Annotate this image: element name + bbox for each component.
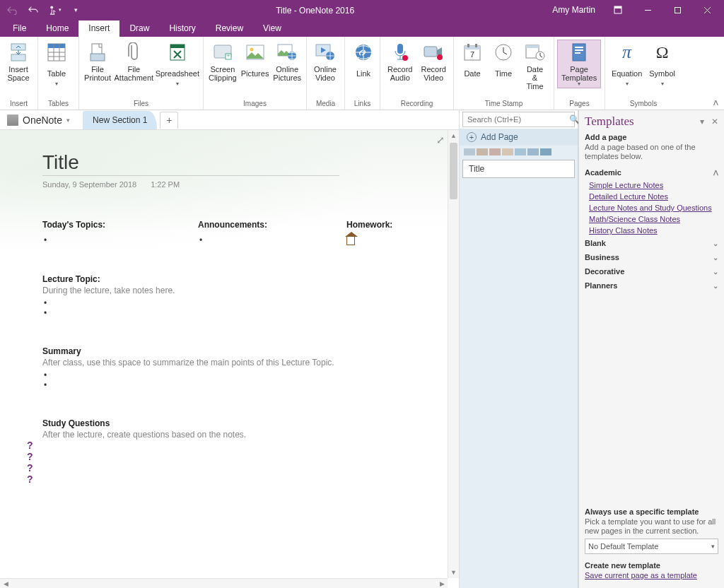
- spreadsheet-button[interactable]: Spreadsheet▾: [155, 40, 200, 88]
- ribbon-tabs: File Home Insert Draw History Review Vie…: [0, 20, 724, 37]
- svg-rect-45: [575, 52, 580, 54]
- search-box[interactable]: 🔍 ▾: [462, 112, 575, 127]
- svg-rect-18: [170, 45, 185, 48]
- svg-rect-29: [397, 44, 403, 54]
- qat-customize-icon[interactable]: ▾: [66, 1, 85, 18]
- file-attachment-button[interactable]: FileAttachment: [113, 40, 155, 83]
- screen-clipping-button[interactable]: +ScreenClipping: [206, 40, 239, 83]
- save-template-link[interactable]: Save current page as a template: [585, 570, 718, 581]
- section-tab[interactable]: New Section 1: [83, 111, 157, 129]
- svg-rect-16: [90, 54, 105, 61]
- undo-icon[interactable]: [24, 1, 42, 18]
- page-title[interactable]: Title: [42, 151, 339, 176]
- tab-insert[interactable]: Insert: [78, 20, 119, 37]
- page-templates-button[interactable]: PageTemplates▾: [557, 40, 601, 88]
- record-audio-button[interactable]: RecordAudio: [383, 40, 416, 83]
- page-canvas[interactable]: ⤢ Title Sunday, 9 September 20181:22 PM …: [0, 130, 448, 578]
- svg-rect-7: [11, 44, 25, 50]
- svg-rect-8: [11, 54, 25, 61]
- default-template-select[interactable]: No Default Template▾: [585, 539, 718, 554]
- online-pictures-button[interactable]: OnlinePictures: [271, 40, 303, 83]
- back-icon[interactable]: [3, 1, 21, 18]
- title-bar: ▾ ▾ Title - OneNote 2016 Amy Martin: [0, 0, 724, 20]
- search-input[interactable]: [463, 115, 569, 124]
- svg-text:+: +: [226, 52, 230, 59]
- svg-rect-34: [465, 46, 480, 49]
- svg-rect-4: [675, 7, 680, 13]
- symbol-button[interactable]: ΩSymbol▾: [646, 40, 679, 88]
- svg-point-0: [50, 6, 53, 8]
- svg-point-32: [437, 54, 443, 60]
- template-link[interactable]: Simple Lecture Notes: [585, 180, 718, 191]
- svg-rect-36: [475, 44, 477, 47]
- file-printout-button[interactable]: FilePrintout: [82, 40, 113, 83]
- record-video-button[interactable]: RecordVideo: [416, 40, 450, 83]
- date-time-button[interactable]: Date &Time: [519, 40, 551, 92]
- link-button[interactable]: Link: [348, 40, 379, 83]
- tab-view[interactable]: View: [253, 20, 291, 37]
- category-academic[interactable]: Academicᐱ: [585, 165, 718, 180]
- equation-button[interactable]: πEquation▾: [608, 40, 646, 88]
- account-name[interactable]: Amy Martin: [545, 5, 602, 15]
- ribbon: InsertSpace Insert Table▾ Tables FilePri…: [0, 37, 724, 110]
- add-page-heading: Add a page: [585, 133, 718, 141]
- tab-history[interactable]: History: [159, 20, 205, 37]
- touch-mode-icon[interactable]: ▾: [45, 1, 64, 18]
- svg-rect-31: [424, 47, 437, 57]
- template-link[interactable]: History Class Notes: [585, 225, 718, 236]
- ribbon-display-icon[interactable]: [604, 0, 632, 20]
- time-button[interactable]: Time: [488, 40, 519, 83]
- tab-review[interactable]: Review: [206, 20, 253, 37]
- home-icon: [346, 237, 355, 245]
- svg-point-23: [250, 48, 253, 52]
- template-link[interactable]: Detailed Lecture Notes: [585, 191, 718, 202]
- svg-rect-43: [575, 47, 583, 48]
- templates-title: Templates: [585, 114, 634, 129]
- horizontal-scrollbar[interactable]: ◀▶: [0, 578, 448, 588]
- notebook-bar: OneNote ▾ New Section 1 +: [0, 110, 459, 130]
- add-section-button[interactable]: +: [160, 112, 178, 129]
- svg-rect-10: [48, 44, 65, 48]
- close-icon[interactable]: [693, 0, 721, 20]
- category-blank[interactable]: Blank⌄: [585, 236, 718, 250]
- svg-point-30: [402, 55, 408, 61]
- category-decorative[interactable]: Decorative⌄: [585, 264, 718, 278]
- notebook-icon: [7, 114, 18, 126]
- svg-rect-2: [614, 6, 621, 8]
- page-date[interactable]: Sunday, 9 September 20181:22 PM: [42, 180, 433, 189]
- svg-rect-40: [526, 45, 539, 48]
- pictures-button[interactable]: Pictures: [239, 40, 272, 83]
- svg-rect-35: [467, 44, 469, 47]
- pages-pane: 🔍 ▾ + Add Page Title: [460, 110, 578, 588]
- online-video-button[interactable]: OnlineVideo: [310, 40, 341, 83]
- plus-icon: +: [467, 132, 477, 142]
- notebook-picker[interactable]: OneNote ▾: [0, 114, 77, 126]
- template-link[interactable]: Lecture Notes and Study Questions: [585, 202, 718, 213]
- svg-rect-44: [575, 49, 583, 51]
- collapse-ribbon-icon[interactable]: ᐱ: [713, 99, 718, 107]
- pane-close-icon[interactable]: ✕: [711, 117, 718, 127]
- tab-home[interactable]: Home: [36, 20, 78, 37]
- template-link[interactable]: Math/Science Class Notes: [585, 213, 718, 225]
- category-business[interactable]: Business⌄: [585, 250, 718, 264]
- vertical-scrollbar[interactable]: ▲▼: [448, 130, 459, 578]
- window-title: Title - OneNote 2016: [85, 4, 545, 16]
- templates-pane: Templates ▾ ✕ Add a page Add a page base…: [578, 110, 724, 588]
- minimize-icon[interactable]: [634, 0, 662, 20]
- category-planners[interactable]: Planners⌄: [585, 278, 718, 293]
- maximize-icon[interactable]: [663, 0, 691, 20]
- page-list-item[interactable]: Title: [462, 160, 575, 178]
- tab-file[interactable]: File: [3, 20, 36, 37]
- page-color-strip: [460, 146, 578, 158]
- pane-options-icon[interactable]: ▾: [700, 117, 704, 127]
- table-button[interactable]: Table▾: [41, 40, 72, 88]
- svg-text:7: 7: [470, 50, 474, 59]
- date-button[interactable]: 7Date: [457, 40, 488, 83]
- add-page-button[interactable]: + Add Page: [460, 129, 578, 146]
- tab-draw[interactable]: Draw: [119, 20, 159, 37]
- insert-space-button[interactable]: InsertSpace: [3, 40, 34, 83]
